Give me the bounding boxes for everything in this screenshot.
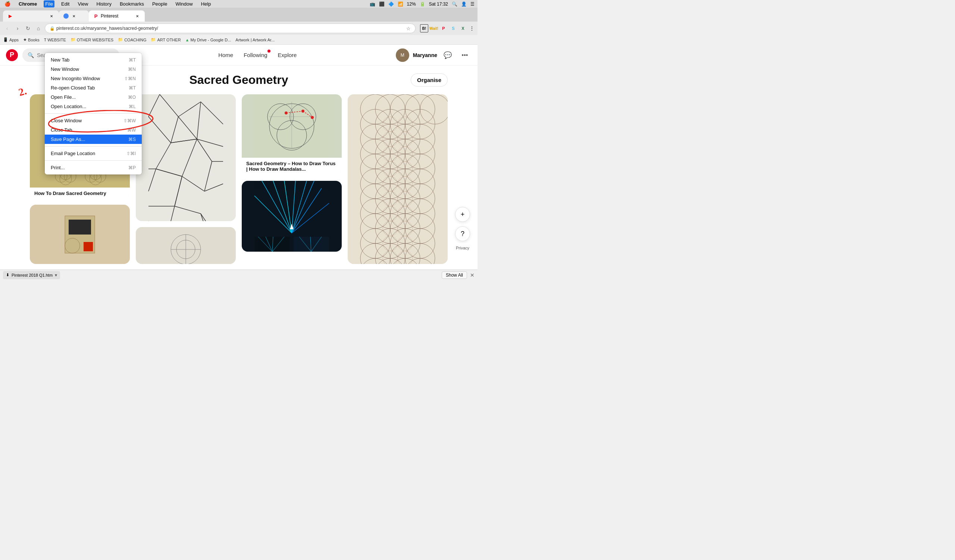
art-other-label: ART OTHER [157,37,180,42]
menu-divider-1 [45,113,142,114]
art-folder-icon: 📁 [151,37,156,42]
menu-reopen-tab[interactable]: Re-open Closed Tab ⌘T [45,83,142,92]
screen-icon: 📺 [370,2,375,7]
chrome-menu[interactable]: Chrome [17,0,38,8]
tab-newtab[interactable]: ✕ [59,11,89,22]
menu-email-page[interactable]: Email Page Location ⇧⌘I [45,149,142,158]
tab-youtube-close[interactable]: ✕ [49,13,55,19]
coaching-label: COACHING [124,37,146,42]
drive-label: My Drive - Google D... [191,37,231,42]
tab-youtube[interactable]: ▶ ✕ [3,11,59,22]
menu-section-3: Email Page Location ⇧⌘I [45,148,142,159]
bookmark-books[interactable]: ★ Books [23,37,39,42]
address-bar-row: ‹ › ↻ ⌂ 🔒 pinterest.co.uk/maryanne_hawes… [0,22,478,35]
menu-section-2: Close Window ⇧⌘W Close Tab ⌘W Save Page … [45,115,142,145]
menu-bar-left: 🍎 Chrome File Edit View History Bookmark… [3,0,212,8]
menu-divider-2 [45,146,142,147]
menu-section-4: Print... ⌘P [45,162,142,173]
other-websites-folder-icon: 📁 [70,37,76,42]
bookmark-artwork[interactable]: Artwork | Artwork Ar... [235,37,274,42]
address-bar[interactable]: 🔒 pinterest.co.uk/maryanne_hawes/sacred-… [45,23,416,33]
bookmarks-bar: 📱 Apps ★ Books T WEBSITE 📁 OTHER WEBSITE… [0,35,478,45]
refresh-button[interactable]: ↻ [24,24,32,33]
star-icon: ★ [23,37,27,42]
skype-ext[interactable]: S [449,24,457,33]
hamburger-icon: ☰ [470,2,474,7]
menu-open-location[interactable]: Open Location... ⌘L [45,102,142,111]
youtube-favicon: ▶ [8,13,13,19]
user-icon: 👤 [461,2,467,7]
menu-print[interactable]: Print... ⌘P [45,163,142,172]
url-text: pinterest.co.uk/maryanne_hawes/sacred-ge… [56,26,406,31]
bookmark-google-drive[interactable]: ▲ My Drive - Google D... [185,37,231,42]
menu-bar-right: 📺 ⬛ 🔷 📶 12% 🔋 Sat 17:32 🔍 👤 ☰ [370,2,474,7]
wifi-icon: 📶 [398,2,403,7]
pinterest-favicon: P [93,13,99,19]
file-menu-item[interactable]: File [44,0,55,8]
menu-save-page[interactable]: Save Page As... ⌘S [45,134,142,144]
extensions-toolbar: B! Wait! P S X [420,24,467,33]
back-button[interactable]: ‹ [3,24,11,33]
people-menu[interactable]: People [151,0,169,8]
menu-divider-3 [45,160,142,161]
tab-pinterest-title: Pinterest [101,13,132,19]
file-menu: New Tab ⌘T New Window ⌘N New Incognito W… [45,53,142,175]
apps-label: Apps [9,37,19,42]
bookmark-art-other[interactable]: 📁 ART OTHER [151,37,180,42]
edit-menu[interactable]: Edit [60,0,71,8]
help-menu[interactable]: Help [200,0,213,8]
apple-menu[interactable]: 🍎 [3,0,12,8]
browser-content: P 🔍 Search Home Following Explore M Mary… [0,45,478,280]
menu-new-window[interactable]: New Window ⌘N [45,64,142,74]
menu-close-window[interactable]: Close Window ⇧⌘W [45,116,142,125]
annotation-number: 2. [17,85,28,98]
browser-chrome: ▶ ✕ ✕ P Pinterest ✕ ‹ › ↻ ⌂ 🔒 pinterest.… [0,8,478,45]
forward-button[interactable]: › [13,24,22,33]
battery-icon: 🔋 [420,2,425,7]
other-websites-label: OTHER WEBSITES [77,37,113,42]
menu-section-1: New Tab ⌘T New Window ⌘N New Incognito W… [45,55,142,112]
history-menu[interactable]: History [95,0,113,8]
boldgrid-ext[interactable]: B! [420,24,428,33]
coaching-folder-icon: 📁 [118,37,123,42]
bookmark-star-icon[interactable]: ☆ [406,26,411,31]
window-menu[interactable]: Window [174,0,194,8]
bluetooth-icon: 🔷 [388,2,394,7]
menu-close-tab[interactable]: Close Tab ⌘W [45,125,142,134]
menu-new-tab[interactable]: New Tab ⌘T [45,55,142,64]
menu-new-incognito[interactable]: New Incognito Window ⇧⌘N [45,74,142,83]
excel-ext[interactable]: X [459,24,467,33]
menu-open-file[interactable]: Open File... ⌘O [45,92,142,102]
bookmark-t-website[interactable]: T WEBSITE [44,37,66,42]
view-menu[interactable]: View [76,0,89,8]
chrome-favicon [63,13,69,19]
chrome-menu-dots[interactable]: ⋮ [469,25,474,31]
tab-pinterest-close[interactable]: ✕ [134,13,140,19]
drive-icon: ▲ [185,37,189,42]
tab-bar: ▶ ✕ ✕ P Pinterest ✕ [0,8,478,22]
home-button[interactable]: ⌂ [34,24,42,33]
bookmarks-menu[interactable]: Bookmarks [118,0,146,8]
battery-text: 12% [407,2,416,7]
security-icon: 🔒 [50,26,55,31]
spotlight-icon[interactable]: 🔍 [452,2,457,7]
tab-pinterest[interactable]: P Pinterest ✕ [89,11,145,22]
cast-icon: ⬛ [379,2,385,7]
apps-folder-icon: 📱 [3,37,8,42]
tab-newtab-close[interactable]: ✕ [71,13,77,19]
bookmark-coaching[interactable]: 📁 COACHING [118,37,146,42]
pinterest-ext[interactable]: P [440,24,448,33]
books-label: Books [28,37,39,42]
bookmark-apps[interactable]: 📱 Apps [3,37,19,42]
t-website-label: T WEBSITE [44,37,66,42]
wait-ext[interactable]: Wait! [430,24,438,33]
artwork-label: Artwork | Artwork Ar... [235,37,274,42]
file-menu-overlay[interactable]: New Tab ⌘T New Window ⌘N New Incognito W… [0,45,478,280]
bookmark-other-websites[interactable]: 📁 OTHER WEBSITES [70,37,113,42]
mac-menu-bar: 🍎 Chrome File Edit View History Bookmark… [0,0,478,8]
time-display: Sat 17:32 [429,2,448,7]
